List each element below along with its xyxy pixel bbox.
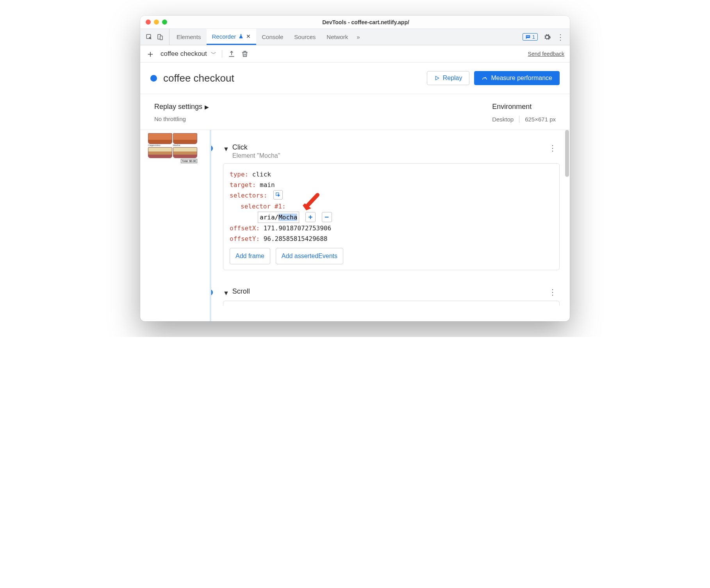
- gauge-icon: [482, 75, 488, 81]
- step-thumbnail: Cappuccino Mocha Total: $0.00: [147, 132, 198, 167]
- section-label: Replay settings: [154, 103, 202, 111]
- export-icon[interactable]: [228, 50, 235, 58]
- gear-icon[interactable]: [543, 33, 551, 41]
- viewport-value: 625×671 px: [525, 116, 556, 123]
- thumb-label: Mocha: [173, 144, 197, 146]
- recorder-toolbar: ＋ coffee checkout ﹀ Send feedback: [140, 45, 570, 62]
- devtools-tabbar: Elements Recorder ✕ Console Sources Netw…: [140, 29, 570, 45]
- button-label: Replay: [443, 75, 462, 82]
- selector-prefix: aria/: [260, 214, 278, 221]
- throttling-value: No throttling: [154, 116, 492, 122]
- inspect-element-icon[interactable]: [146, 34, 153, 41]
- prop-key: selector #1: [241, 203, 282, 210]
- chevron-right-double-icon: »: [357, 34, 360, 40]
- add-selector-button[interactable]: +: [305, 212, 316, 222]
- send-feedback-link[interactable]: Send feedback: [528, 51, 564, 57]
- device-value: Desktop: [492, 116, 514, 123]
- new-recording-button[interactable]: ＋: [146, 49, 155, 59]
- step-menu-icon[interactable]: ⋮: [546, 143, 560, 153]
- tab-network[interactable]: Network: [321, 29, 353, 45]
- tab-label: Sources: [294, 34, 316, 40]
- prop-key: selectors: [230, 192, 264, 199]
- titlebar: DevTools - coffee-cart.netlify.app/: [140, 16, 570, 29]
- add-asserted-events-button[interactable]: Add assertedEvents: [276, 248, 343, 264]
- prop-key: target: [230, 181, 252, 189]
- issues-badge[interactable]: 1: [523, 33, 538, 41]
- devtools-window: DevTools - coffee-cart.netlify.app/ Elem…: [140, 16, 570, 321]
- recording-dropdown[interactable]: coffee checkout ﹀: [161, 50, 222, 58]
- step-details: [223, 301, 560, 306]
- close-tab-icon[interactable]: ✕: [246, 33, 251, 39]
- more-tabs-button[interactable]: »: [353, 29, 363, 45]
- button-label: Measure performance: [491, 75, 552, 82]
- tab-label: Recorder: [212, 33, 236, 40]
- timeline: Cappuccino Mocha Total: $0.00 ▼ Click El…: [140, 130, 570, 321]
- prop-key: type: [230, 171, 245, 178]
- selector-input[interactable]: aria/Mocha: [258, 212, 299, 223]
- tab-elements[interactable]: Elements: [171, 29, 207, 45]
- element-picker-button[interactable]: [273, 190, 283, 200]
- step-subtitle: Element "Mocha": [232, 152, 546, 159]
- flask-icon: [238, 34, 244, 39]
- step-details: type: click target: main selectors: sele…: [223, 163, 560, 270]
- tab-label: Network: [326, 34, 348, 40]
- replay-settings-toggle[interactable]: Replay settings ▶: [154, 103, 492, 111]
- chat-icon: [525, 34, 531, 40]
- remove-selector-button[interactable]: −: [322, 212, 332, 222]
- issues-count: 1: [532, 34, 535, 40]
- replay-button[interactable]: Replay: [427, 71, 470, 85]
- prop-value[interactable]: 96.28585815429688: [264, 235, 328, 242]
- chevron-down-icon: ﹀: [211, 50, 216, 57]
- measure-performance-button[interactable]: Measure performance: [474, 71, 560, 85]
- trash-icon[interactable]: [241, 50, 249, 58]
- tab-console[interactable]: Console: [256, 29, 289, 45]
- collapse-icon[interactable]: ▼: [223, 290, 229, 297]
- play-icon: [434, 75, 440, 81]
- environment-heading: Environment: [492, 103, 556, 111]
- step-menu-icon[interactable]: ⋮: [546, 287, 560, 297]
- tab-label: Console: [262, 34, 283, 40]
- recording-status-dot: [150, 75, 157, 82]
- collapse-icon[interactable]: ▼: [223, 146, 229, 153]
- prop-key: offsetX: [230, 225, 256, 232]
- step-scroll: ▼ Scroll ⋮: [211, 286, 570, 306]
- window-title: DevTools - coffee-cart.netlify.app/: [167, 19, 564, 25]
- chevron-right-icon: ▶: [205, 104, 209, 110]
- prop-value[interactable]: main: [260, 181, 275, 189]
- svg-rect-3: [526, 36, 529, 36]
- selector-value: Mocha: [278, 214, 297, 221]
- step-title: Scroll: [232, 287, 546, 296]
- prop-value[interactable]: click: [252, 171, 271, 178]
- tab-label: Elements: [177, 34, 201, 40]
- step-click: ▼ Click Element "Mocha" ⋮ type: click ta…: [211, 142, 570, 270]
- recording-name: coffee checkout: [161, 50, 207, 58]
- recording-title: coffee checkout: [163, 72, 234, 84]
- minimize-window-button[interactable]: [154, 20, 159, 25]
- svg-rect-2: [160, 36, 162, 40]
- recording-header: coffee checkout Replay Measure performan…: [140, 62, 570, 94]
- maximize-window-button[interactable]: [162, 20, 167, 25]
- device-toolbar-icon[interactable]: [157, 34, 164, 41]
- prop-key: offsetY: [230, 235, 256, 242]
- kebab-menu-icon[interactable]: ⋮: [557, 32, 564, 42]
- step-title: Click: [232, 143, 546, 151]
- recording-settings: Replay settings ▶ No throttling Environm…: [140, 94, 570, 130]
- thumb-label: Cappuccino: [148, 144, 172, 146]
- scrollbar[interactable]: [565, 130, 569, 177]
- window-controls: [146, 20, 167, 25]
- prop-value[interactable]: 171.90187072753906: [264, 225, 331, 232]
- tab-sources[interactable]: Sources: [289, 29, 321, 45]
- add-frame-button[interactable]: Add frame: [230, 248, 270, 264]
- close-window-button[interactable]: [146, 20, 151, 25]
- tab-recorder[interactable]: Recorder ✕: [207, 29, 257, 45]
- divider: [519, 116, 519, 123]
- thumb-total: Total: $0.00: [181, 159, 197, 163]
